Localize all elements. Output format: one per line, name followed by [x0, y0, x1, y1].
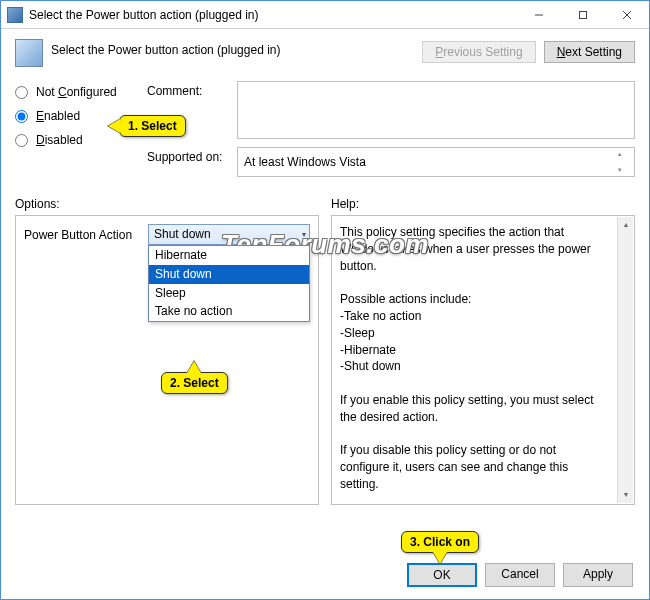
combo-selected: Shut down	[154, 226, 211, 243]
radio-not-configured-input[interactable]	[15, 86, 28, 99]
combo-option-take-no-action[interactable]: Take no action	[149, 302, 309, 321]
help-scrollbar[interactable]: ▴ ▾	[617, 217, 633, 503]
help-column: Help: This policy setting specifies the …	[331, 197, 635, 505]
window-title: Select the Power button action (plugged …	[29, 8, 517, 22]
spin-up-icon: ▴	[618, 150, 632, 158]
supported-label: Supported on:	[147, 147, 237, 177]
svg-rect-1	[580, 11, 587, 18]
maximize-icon	[578, 10, 588, 20]
next-label: ext Setting	[565, 45, 622, 59]
chevron-down-icon: ▾	[302, 229, 306, 240]
policy-title: Select the Power button action (plugged …	[51, 39, 422, 57]
annotation-1-select: 1. Select	[119, 115, 186, 137]
columns: Options: Power Button Action Shut down ▾…	[15, 197, 635, 505]
scroll-down-icon: ▾	[618, 487, 633, 503]
policy-icon	[15, 39, 43, 67]
help-b2: -Sleep	[340, 325, 606, 342]
header-row: Select the Power button action (plugged …	[15, 39, 635, 67]
help-p4: If you disable this policy setting or do…	[340, 442, 606, 492]
options-panel: Power Button Action Shut down ▾ Hibernat…	[15, 215, 319, 505]
help-p2: Possible actions include:	[340, 291, 606, 308]
policy-editor-window: Select the Power button action (plugged …	[0, 0, 650, 600]
maximize-button[interactable]	[561, 1, 605, 29]
radio-enabled-input[interactable]	[15, 110, 28, 123]
radio-disabled-label: Disabled	[36, 133, 83, 147]
power-button-action-label: Power Button Action	[24, 224, 142, 244]
prev-label: revious Setting	[443, 45, 522, 59]
nav-buttons: Previous Setting Next Setting	[422, 41, 635, 63]
cancel-button[interactable]: Cancel	[485, 563, 555, 587]
help-p1: This policy setting specifies the action…	[340, 224, 606, 274]
dialog-actions: OK Cancel Apply	[407, 563, 633, 587]
next-setting-button[interactable]: Next Setting	[544, 41, 635, 63]
help-header: Help:	[331, 197, 635, 211]
app-icon	[7, 7, 23, 23]
comment-row: Comment:	[147, 81, 635, 139]
minimize-button[interactable]	[517, 1, 561, 29]
minimize-icon	[534, 10, 544, 20]
client-area: Select the Power button action (plugged …	[1, 29, 649, 599]
help-b3: -Hibernate	[340, 342, 606, 359]
config-right: Comment: Supported on: At least Windows …	[147, 81, 635, 183]
window-controls	[517, 1, 649, 29]
combo-display[interactable]: Shut down ▾	[148, 224, 310, 245]
combo-option-sleep[interactable]: Sleep	[149, 284, 309, 303]
close-icon	[622, 10, 632, 20]
apply-button[interactable]: Apply	[563, 563, 633, 587]
supported-spin[interactable]: ▴ ▾	[618, 150, 632, 174]
supported-row: Supported on: At least Windows Vista ▴ ▾	[147, 147, 635, 177]
scroll-up-icon: ▴	[618, 217, 633, 233]
help-b1: -Take no action	[340, 308, 606, 325]
option-row: Power Button Action Shut down ▾ Hibernat…	[24, 224, 310, 245]
annotation-2-select: 2. Select	[161, 372, 228, 394]
help-b4: -Shut down	[340, 358, 606, 375]
previous-setting-button: Previous Setting	[422, 41, 535, 63]
title-bar: Select the Power button action (plugged …	[1, 1, 649, 29]
supported-on-box: At least Windows Vista ▴ ▾	[237, 147, 635, 177]
radio-enabled-label: Enabled	[36, 109, 80, 123]
help-p3: If you enable this policy setting, you m…	[340, 392, 606, 426]
combo-option-shut-down[interactable]: Shut down	[149, 265, 309, 284]
spin-down-icon: ▾	[618, 166, 632, 174]
power-button-action-combo[interactable]: Shut down ▾ Hibernate Shut down Sleep Ta…	[148, 224, 310, 245]
combo-dropdown: Hibernate Shut down Sleep Take no action	[148, 245, 310, 322]
comment-input[interactable]	[237, 81, 635, 139]
annotation-3-click-on: 3. Click on	[401, 531, 479, 553]
options-column: Options: Power Button Action Shut down ▾…	[15, 197, 319, 505]
ok-button[interactable]: OK	[407, 563, 477, 587]
options-header: Options:	[15, 197, 319, 211]
combo-option-hibernate[interactable]: Hibernate	[149, 246, 309, 265]
radio-disabled-input[interactable]	[15, 134, 28, 147]
radio-not-configured-label: Not Configured	[36, 85, 117, 99]
supported-on-value: At least Windows Vista	[244, 155, 366, 169]
help-panel: This policy setting specifies the action…	[331, 215, 635, 505]
help-text: This policy setting specifies the action…	[340, 224, 626, 493]
radio-not-configured[interactable]: Not Configured	[15, 85, 147, 99]
close-button[interactable]	[605, 1, 649, 29]
